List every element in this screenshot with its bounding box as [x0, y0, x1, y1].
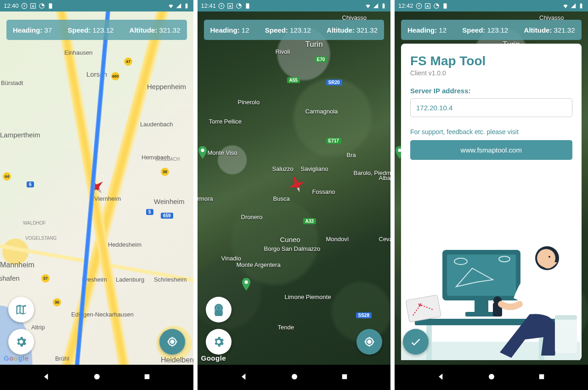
sat-city-label: Monte Viso	[208, 149, 237, 156]
battery-icon	[380, 3, 387, 9]
road-badge: 460	[111, 72, 119, 80]
city-label: WALDHOF	[23, 220, 46, 226]
city-label: Ladenburg	[116, 276, 144, 283]
svg-point-6	[94, 374, 100, 379]
svg-rect-5	[186, 3, 187, 4]
city-label: Viernheim	[94, 195, 121, 202]
google-attribution: Google	[201, 354, 226, 362]
heading-value: 37	[44, 26, 52, 34]
city-label: Altrip	[31, 324, 45, 331]
android-nav-bar	[198, 365, 391, 390]
map-type-button[interactable]	[206, 297, 232, 322]
city-label: Hemsbach	[141, 154, 170, 161]
sat-city-label: Saluzzo	[272, 165, 294, 172]
status-icon-nav	[21, 3, 28, 9]
svg-rect-36	[406, 295, 441, 322]
svg-rect-31	[447, 254, 516, 296]
svg-rect-45	[539, 374, 544, 379]
svg-rect-32	[475, 300, 488, 312]
sat-city-label: Barolo, Piedmont	[354, 170, 391, 176]
sat-city-label: rmora	[198, 195, 213, 202]
ip-label: Server IP address:	[410, 87, 572, 95]
sat-city-label: Borgo San Dalmazzo	[264, 246, 321, 252]
sat-city-label: Savigliano	[301, 165, 328, 172]
speed-value: 123.12	[487, 26, 508, 34]
nav-home[interactable]	[487, 373, 496, 383]
svg-rect-7	[145, 374, 150, 379]
heading-value: 12	[439, 26, 447, 34]
settings-button[interactable]	[206, 329, 232, 355]
svg-rect-42	[555, 317, 577, 353]
sat-city-label: Fossano	[312, 188, 335, 195]
status-icon-pie	[433, 3, 440, 9]
settings-button[interactable]	[8, 329, 34, 355]
nav-home[interactable]	[290, 373, 299, 383]
map-type-button[interactable]	[8, 297, 34, 322]
svg-point-16	[216, 306, 220, 310]
city-label: Brühl	[55, 355, 69, 362]
sat-city-label: Busca	[273, 195, 290, 202]
nav-recent[interactable]	[537, 373, 546, 383]
svg-point-14	[201, 149, 204, 152]
nav-recent[interactable]	[143, 373, 151, 383]
status-time: 12:40	[4, 2, 19, 9]
road-badge: 37	[41, 274, 50, 283]
nav-back[interactable]	[436, 372, 446, 383]
svg-rect-24	[580, 3, 581, 4]
nav-back[interactable]	[42, 372, 51, 383]
svg-point-39	[548, 256, 550, 258]
status-icon-nav	[218, 3, 225, 9]
locate-button[interactable]	[356, 329, 382, 355]
city-label: Mannheim	[0, 261, 34, 269]
nav-home[interactable]	[93, 373, 101, 383]
svg-rect-43	[555, 315, 577, 320]
flight-info-banner: Heading: 12 Speed: 123.12 Altitude: 321.…	[204, 20, 384, 40]
sat-city-label: Limone Piemonte	[285, 294, 331, 300]
altitude-label: Altitude:	[524, 26, 552, 34]
plane-marker	[82, 173, 109, 200]
nav-recent[interactable]	[340, 373, 349, 383]
road-badge: 659	[161, 213, 173, 219]
altitude-label: Altitude:	[130, 26, 158, 34]
speed-label: Speed:	[68, 26, 90, 34]
svg-rect-23	[580, 4, 582, 8]
settings-view: Chivasso Turin Heading: 12 Speed: 123.12…	[395, 11, 588, 365]
map-view-road[interactable]: Einhausen Lorsch Bürstadt Heppenheim Lau…	[0, 11, 193, 365]
city-label: Lorsch	[86, 70, 107, 78]
wifi-icon	[168, 3, 174, 9]
support-text: For support, feedback etc. please visit	[410, 128, 572, 136]
svg-rect-33	[465, 312, 498, 317]
phone-2: 12:41 A Chivasso Turin Rivoli Pinerolo C…	[198, 0, 391, 390]
phone-3: 12:42 A Chivasso Turin Heading: 12 Speed…	[395, 0, 588, 390]
status-icon-sd	[47, 3, 54, 9]
nav-back[interactable]	[239, 372, 249, 383]
svg-text:A: A	[426, 4, 429, 8]
svg-point-15	[244, 281, 248, 284]
city-label: Heidelberg	[161, 356, 193, 364]
altitude-value: 321.32	[159, 26, 181, 34]
ip-address-input[interactable]	[410, 98, 572, 117]
svg-rect-12	[383, 4, 385, 8]
speed-value: 123.12	[290, 26, 311, 34]
city-label: SULZBACH	[155, 157, 180, 162]
svg-point-17	[292, 374, 297, 379]
sat-city-label: Vinadio	[221, 255, 241, 262]
sat-city-label: Carmagnola	[305, 108, 338, 115]
city-label: igshafen	[0, 274, 20, 282]
website-link-button[interactable]: www.fsmaptool.com	[410, 140, 572, 160]
locate-button[interactable]	[159, 329, 185, 355]
plane-marker	[284, 172, 309, 197]
wifi-icon	[562, 3, 569, 9]
svg-text:A: A	[229, 4, 232, 8]
road-badge: 44	[3, 172, 11, 181]
status-bar: 12:42 A	[395, 0, 588, 11]
map-view-satellite[interactable]: Chivasso Turin Rivoli Pinerolo Carmagnol…	[198, 11, 391, 365]
google-attribution: Google	[4, 354, 29, 362]
city-label: Weinheim	[154, 198, 184, 205]
confirm-button[interactable]	[403, 329, 429, 355]
status-time: 12:42	[398, 2, 413, 9]
speed-label: Speed:	[462, 26, 485, 34]
status-icon-a: A	[424, 3, 431, 9]
city-label: VOGELSTANG	[25, 236, 57, 241]
sat-city-label: Mondovì	[326, 236, 349, 243]
